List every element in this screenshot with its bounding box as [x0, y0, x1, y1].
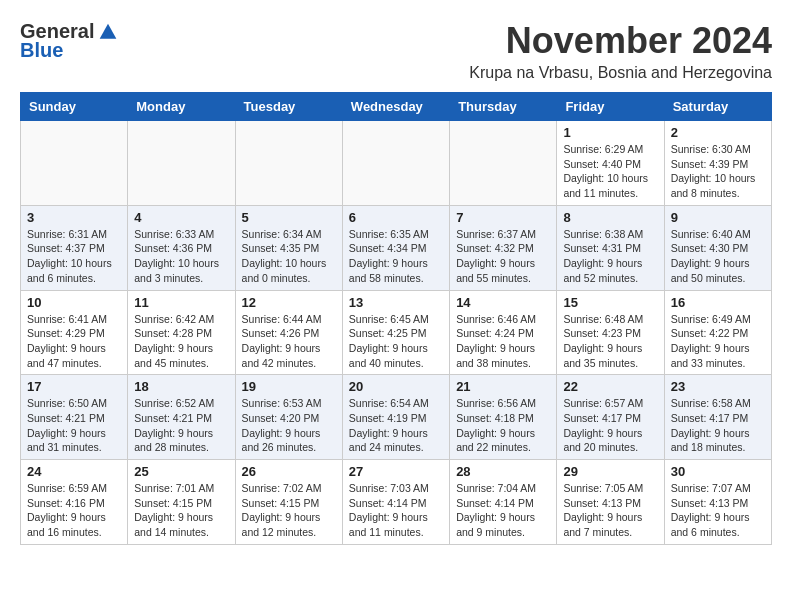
day-number: 8 — [563, 210, 657, 225]
header-monday: Monday — [128, 93, 235, 121]
month-title: November 2024 — [469, 20, 772, 62]
day-number: 29 — [563, 464, 657, 479]
logo-blue: Blue — [20, 39, 63, 62]
table-row: 27Sunrise: 7:03 AM Sunset: 4:14 PM Dayli… — [342, 460, 449, 545]
table-row: 20Sunrise: 6:54 AM Sunset: 4:19 PM Dayli… — [342, 375, 449, 460]
table-row: 14Sunrise: 6:46 AM Sunset: 4:24 PM Dayli… — [450, 290, 557, 375]
day-number: 19 — [242, 379, 336, 394]
header-tuesday: Tuesday — [235, 93, 342, 121]
day-info: Sunrise: 7:04 AM Sunset: 4:14 PM Dayligh… — [456, 481, 550, 540]
day-number: 28 — [456, 464, 550, 479]
day-number: 9 — [671, 210, 765, 225]
table-row: 23Sunrise: 6:58 AM Sunset: 4:17 PM Dayli… — [664, 375, 771, 460]
calendar-week-row: 1Sunrise: 6:29 AM Sunset: 4:40 PM Daylig… — [21, 121, 772, 206]
day-info: Sunrise: 6:54 AM Sunset: 4:19 PM Dayligh… — [349, 396, 443, 455]
table-row: 19Sunrise: 6:53 AM Sunset: 4:20 PM Dayli… — [235, 375, 342, 460]
day-number: 14 — [456, 295, 550, 310]
table-row: 7Sunrise: 6:37 AM Sunset: 4:32 PM Daylig… — [450, 205, 557, 290]
day-info: Sunrise: 6:53 AM Sunset: 4:20 PM Dayligh… — [242, 396, 336, 455]
table-row: 3Sunrise: 6:31 AM Sunset: 4:37 PM Daylig… — [21, 205, 128, 290]
day-number: 6 — [349, 210, 443, 225]
day-number: 18 — [134, 379, 228, 394]
table-row: 26Sunrise: 7:02 AM Sunset: 4:15 PM Dayli… — [235, 460, 342, 545]
table-row — [21, 121, 128, 206]
day-number: 13 — [349, 295, 443, 310]
day-number: 30 — [671, 464, 765, 479]
day-number: 12 — [242, 295, 336, 310]
table-row — [128, 121, 235, 206]
table-row: 1Sunrise: 6:29 AM Sunset: 4:40 PM Daylig… — [557, 121, 664, 206]
day-info: Sunrise: 6:37 AM Sunset: 4:32 PM Dayligh… — [456, 227, 550, 286]
day-info: Sunrise: 6:30 AM Sunset: 4:39 PM Dayligh… — [671, 142, 765, 201]
day-info: Sunrise: 6:33 AM Sunset: 4:36 PM Dayligh… — [134, 227, 228, 286]
day-number: 15 — [563, 295, 657, 310]
day-number: 3 — [27, 210, 121, 225]
day-number: 17 — [27, 379, 121, 394]
day-number: 2 — [671, 125, 765, 140]
day-number: 20 — [349, 379, 443, 394]
table-row: 24Sunrise: 6:59 AM Sunset: 4:16 PM Dayli… — [21, 460, 128, 545]
day-number: 4 — [134, 210, 228, 225]
header-friday: Friday — [557, 93, 664, 121]
day-number: 11 — [134, 295, 228, 310]
day-info: Sunrise: 6:44 AM Sunset: 4:26 PM Dayligh… — [242, 312, 336, 371]
header-sunday: Sunday — [21, 93, 128, 121]
day-number: 22 — [563, 379, 657, 394]
table-row: 8Sunrise: 6:38 AM Sunset: 4:31 PM Daylig… — [557, 205, 664, 290]
table-row: 4Sunrise: 6:33 AM Sunset: 4:36 PM Daylig… — [128, 205, 235, 290]
day-info: Sunrise: 7:05 AM Sunset: 4:13 PM Dayligh… — [563, 481, 657, 540]
calendar-week-row: 24Sunrise: 6:59 AM Sunset: 4:16 PM Dayli… — [21, 460, 772, 545]
title-block: November 2024 Krupa na Vrbasu, Bosnia an… — [469, 20, 772, 82]
table-row — [450, 121, 557, 206]
table-row: 28Sunrise: 7:04 AM Sunset: 4:14 PM Dayli… — [450, 460, 557, 545]
day-number: 25 — [134, 464, 228, 479]
table-row: 18Sunrise: 6:52 AM Sunset: 4:21 PM Dayli… — [128, 375, 235, 460]
day-info: Sunrise: 7:07 AM Sunset: 4:13 PM Dayligh… — [671, 481, 765, 540]
day-info: Sunrise: 6:40 AM Sunset: 4:30 PM Dayligh… — [671, 227, 765, 286]
table-row: 30Sunrise: 7:07 AM Sunset: 4:13 PM Dayli… — [664, 460, 771, 545]
day-info: Sunrise: 6:52 AM Sunset: 4:21 PM Dayligh… — [134, 396, 228, 455]
day-number: 24 — [27, 464, 121, 479]
table-row: 5Sunrise: 6:34 AM Sunset: 4:35 PM Daylig… — [235, 205, 342, 290]
day-info: Sunrise: 6:31 AM Sunset: 4:37 PM Dayligh… — [27, 227, 121, 286]
logo-icon — [98, 22, 118, 42]
day-number: 1 — [563, 125, 657, 140]
day-info: Sunrise: 6:38 AM Sunset: 4:31 PM Dayligh… — [563, 227, 657, 286]
table-row: 16Sunrise: 6:49 AM Sunset: 4:22 PM Dayli… — [664, 290, 771, 375]
table-row: 22Sunrise: 6:57 AM Sunset: 4:17 PM Dayli… — [557, 375, 664, 460]
table-row: 25Sunrise: 7:01 AM Sunset: 4:15 PM Dayli… — [128, 460, 235, 545]
table-row: 17Sunrise: 6:50 AM Sunset: 4:21 PM Dayli… — [21, 375, 128, 460]
day-number: 10 — [27, 295, 121, 310]
day-info: Sunrise: 6:45 AM Sunset: 4:25 PM Dayligh… — [349, 312, 443, 371]
table-row: 15Sunrise: 6:48 AM Sunset: 4:23 PM Dayli… — [557, 290, 664, 375]
day-info: Sunrise: 6:35 AM Sunset: 4:34 PM Dayligh… — [349, 227, 443, 286]
day-number: 21 — [456, 379, 550, 394]
day-info: Sunrise: 7:01 AM Sunset: 4:15 PM Dayligh… — [134, 481, 228, 540]
table-row: 9Sunrise: 6:40 AM Sunset: 4:30 PM Daylig… — [664, 205, 771, 290]
day-number: 5 — [242, 210, 336, 225]
day-info: Sunrise: 6:59 AM Sunset: 4:16 PM Dayligh… — [27, 481, 121, 540]
page-header: General Blue November 2024 Krupa na Vrba… — [20, 20, 772, 82]
day-info: Sunrise: 6:57 AM Sunset: 4:17 PM Dayligh… — [563, 396, 657, 455]
calendar-week-row: 3Sunrise: 6:31 AM Sunset: 4:37 PM Daylig… — [21, 205, 772, 290]
day-info: Sunrise: 6:29 AM Sunset: 4:40 PM Dayligh… — [563, 142, 657, 201]
table-row: 13Sunrise: 6:45 AM Sunset: 4:25 PM Dayli… — [342, 290, 449, 375]
table-row: 29Sunrise: 7:05 AM Sunset: 4:13 PM Dayli… — [557, 460, 664, 545]
header-thursday: Thursday — [450, 93, 557, 121]
table-row: 12Sunrise: 6:44 AM Sunset: 4:26 PM Dayli… — [235, 290, 342, 375]
day-number: 27 — [349, 464, 443, 479]
calendar-week-row: 17Sunrise: 6:50 AM Sunset: 4:21 PM Dayli… — [21, 375, 772, 460]
day-info: Sunrise: 6:50 AM Sunset: 4:21 PM Dayligh… — [27, 396, 121, 455]
day-info: Sunrise: 6:48 AM Sunset: 4:23 PM Dayligh… — [563, 312, 657, 371]
day-info: Sunrise: 6:58 AM Sunset: 4:17 PM Dayligh… — [671, 396, 765, 455]
table-row: 6Sunrise: 6:35 AM Sunset: 4:34 PM Daylig… — [342, 205, 449, 290]
day-info: Sunrise: 6:56 AM Sunset: 4:18 PM Dayligh… — [456, 396, 550, 455]
table-row: 2Sunrise: 6:30 AM Sunset: 4:39 PM Daylig… — [664, 121, 771, 206]
calendar-header-row: Sunday Monday Tuesday Wednesday Thursday… — [21, 93, 772, 121]
header-wednesday: Wednesday — [342, 93, 449, 121]
logo: General Blue — [20, 20, 118, 62]
day-info: Sunrise: 7:03 AM Sunset: 4:14 PM Dayligh… — [349, 481, 443, 540]
calendar-week-row: 10Sunrise: 6:41 AM Sunset: 4:29 PM Dayli… — [21, 290, 772, 375]
table-row: 10Sunrise: 6:41 AM Sunset: 4:29 PM Dayli… — [21, 290, 128, 375]
calendar: Sunday Monday Tuesday Wednesday Thursday… — [20, 92, 772, 545]
